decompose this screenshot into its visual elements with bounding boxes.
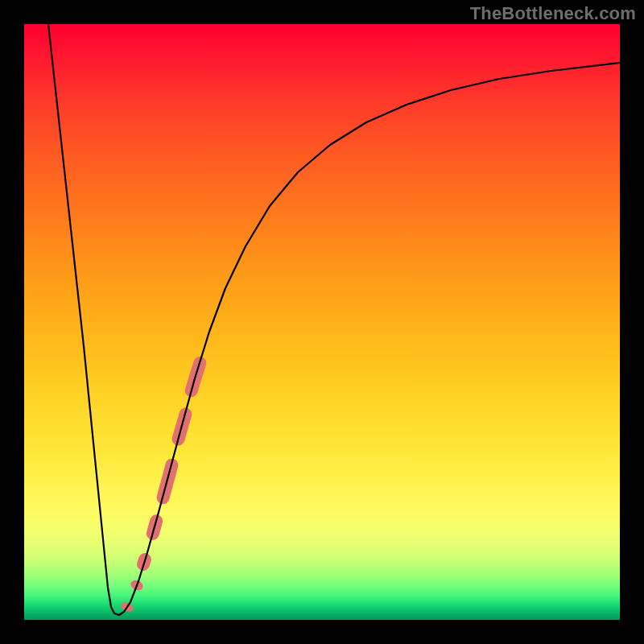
bottleneck-curve — [48, 24, 620, 615]
plot-area — [24, 24, 620, 620]
marker-layer — [120, 355, 208, 613]
watermark-text: TheBottleneck.com — [470, 3, 636, 24]
chart-frame: TheBottleneck.com — [0, 0, 644, 644]
chart-svg — [24, 24, 620, 620]
